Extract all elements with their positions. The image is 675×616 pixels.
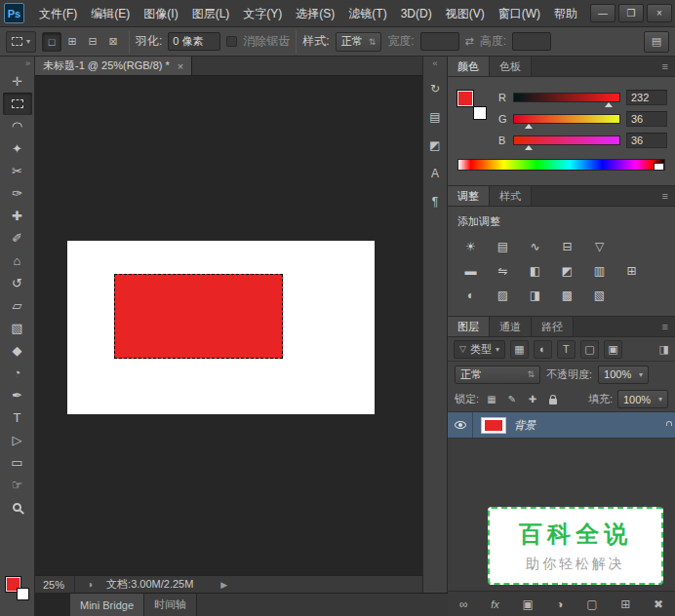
crop-tool[interactable]: ✂ xyxy=(3,160,32,182)
levels-icon[interactable]: ▤ xyxy=(490,237,516,256)
spot-healing-brush-tool[interactable]: ✚ xyxy=(3,205,32,227)
collapse-toolbar-icon[interactable]: » xyxy=(0,57,34,70)
green-value-input[interactable]: 36 xyxy=(626,111,667,127)
blue-slider[interactable] xyxy=(513,135,620,145)
info-panel-icon[interactable]: ◩ xyxy=(424,135,446,155)
lock-all-icon[interactable] xyxy=(545,392,561,407)
filter-pixel-layers-icon[interactable]: ▦ xyxy=(510,340,529,359)
filter-type-layers-icon[interactable]: T xyxy=(557,340,576,359)
panel-menu-icon[interactable]: ≡ xyxy=(662,186,675,206)
character-panel-icon[interactable]: A xyxy=(424,164,446,183)
selective-color-icon[interactable]: ▧ xyxy=(586,286,613,305)
menu-view[interactable]: 视图(V) xyxy=(439,0,492,27)
exposure-icon[interactable]: ⊟ xyxy=(554,237,580,256)
posterize-icon[interactable]: ▨ xyxy=(490,286,516,305)
red-rectangle-selection[interactable] xyxy=(114,274,283,359)
menu-select[interactable]: 选择(S) xyxy=(289,0,341,27)
background-color-swatch[interactable] xyxy=(17,588,29,600)
menu-window[interactable]: 窗口(W) xyxy=(492,0,547,27)
eraser-tool[interactable]: ▱ xyxy=(3,294,32,317)
close-button[interactable]: × xyxy=(647,4,672,22)
quick-selection-tool[interactable]: ✦ xyxy=(3,137,32,160)
invert-icon[interactable]: ◐ xyxy=(457,286,484,305)
swap-dimensions-icon[interactable]: ⇄ xyxy=(465,35,474,48)
close-tab-icon[interactable]: × xyxy=(178,60,183,72)
layer-name[interactable]: 背景 xyxy=(514,418,536,433)
delete-layer-icon[interactable]: ✖ xyxy=(654,597,663,611)
color-spectrum-ramp[interactable] xyxy=(457,159,665,171)
tab-adjustments[interactable]: 调整 xyxy=(448,186,490,206)
minimize-button[interactable]: — xyxy=(590,4,615,22)
document-tab[interactable]: 未标题-1 @ 25%(RGB/8) * × xyxy=(35,57,192,75)
height-input[interactable] xyxy=(512,32,551,51)
color-balance-icon[interactable]: ⇋ xyxy=(490,261,516,281)
new-group-icon[interactable]: ▢ xyxy=(586,597,597,611)
lock-transparent-pixels-icon[interactable]: ▦ xyxy=(484,392,499,407)
background-color-swatch[interactable] xyxy=(473,106,487,120)
slider-thumb[interactable] xyxy=(605,102,613,107)
style-select[interactable]: 正常 ⇅ xyxy=(336,32,382,52)
filter-adjustment-layers-icon[interactable]: ◐ xyxy=(534,340,552,359)
lock-image-pixels-icon[interactable]: ✎ xyxy=(504,392,520,407)
blur-tool[interactable]: ◆ xyxy=(3,339,32,362)
vibrance-icon[interactable]: ▽ xyxy=(586,237,613,256)
green-slider[interactable] xyxy=(513,114,620,124)
add-to-selection-button[interactable]: ⊞ xyxy=(62,32,82,52)
layer-effects-icon[interactable]: fx xyxy=(491,598,499,610)
tab-swatches[interactable]: 色板 xyxy=(490,57,532,76)
opacity-select[interactable]: 100% ▾ xyxy=(598,366,649,384)
shape-tool[interactable]: ▭ xyxy=(3,451,32,474)
intersect-selection-button[interactable]: ⊠ xyxy=(103,32,123,52)
new-selection-button[interactable]: □ xyxy=(42,32,61,52)
channel-mixer-icon[interactable]: ▥ xyxy=(586,261,613,281)
properties-panel-icon[interactable]: ▤ xyxy=(424,107,446,127)
gradient-tool[interactable]: ▧ xyxy=(3,317,32,339)
layer-row-background[interactable]: 背景 xyxy=(448,412,675,439)
expand-panels-icon[interactable]: « xyxy=(423,57,447,70)
status-options-arrow-icon[interactable]: ▶ xyxy=(220,580,227,590)
history-panel-icon[interactable]: ↻ xyxy=(424,79,446,98)
tool-preset-picker[interactable]: ▾ xyxy=(6,31,36,53)
filter-smart-objects-icon[interactable]: ▣ xyxy=(604,340,622,359)
layer-thumbnail[interactable] xyxy=(481,417,506,434)
zoom-level-field[interactable]: 25% xyxy=(35,576,75,593)
dodge-tool[interactable]: ◔ xyxy=(3,362,32,384)
red-slider[interactable] xyxy=(513,93,620,102)
color-lookup-icon[interactable]: ⊞ xyxy=(618,261,645,281)
canvas[interactable] xyxy=(67,241,375,414)
subtract-from-selection-button[interactable]: ⊟ xyxy=(83,32,102,52)
panel-menu-icon[interactable]: ≡ xyxy=(662,317,675,336)
new-adjustment-layer-icon[interactable]: ◑ xyxy=(556,597,563,611)
slider-thumb[interactable] xyxy=(525,124,533,129)
menu-filter[interactable]: 滤镜(T) xyxy=(341,0,393,27)
tab-color[interactable]: 颜色 xyxy=(448,57,490,76)
link-layers-icon[interactable]: ∞ xyxy=(459,597,468,611)
width-input[interactable] xyxy=(420,32,459,51)
menu-3d[interactable]: 3D(D) xyxy=(394,0,439,27)
black-white-icon[interactable]: ◧ xyxy=(522,261,548,281)
clone-stamp-tool[interactable]: ⌂ xyxy=(3,250,32,272)
lock-position-icon[interactable]: ✚ xyxy=(525,392,540,407)
filter-toggle-icon[interactable]: ◨ xyxy=(659,343,669,356)
foreground-color-swatch[interactable] xyxy=(457,91,473,106)
menu-layer[interactable]: 图层(L) xyxy=(185,0,237,27)
threshold-icon[interactable]: ◨ xyxy=(522,286,548,305)
zoom-tool[interactable] xyxy=(3,496,32,519)
options-end-button[interactable]: ▤ xyxy=(644,31,669,53)
menu-type[interactable]: 文字(Y) xyxy=(236,0,289,27)
slider-thumb[interactable] xyxy=(525,145,533,150)
history-brush-tool[interactable]: ↺ xyxy=(3,272,32,294)
menu-edit[interactable]: 编辑(E) xyxy=(84,0,137,27)
menu-file[interactable]: 文件(F) xyxy=(32,0,84,27)
tab-styles[interactable]: 样式 xyxy=(490,186,532,206)
add-layer-mask-icon[interactable]: ▣ xyxy=(522,597,533,611)
move-tool[interactable]: ✛ xyxy=(3,70,32,93)
lasso-tool[interactable]: ◠ xyxy=(3,115,32,137)
tab-mini-bridge[interactable]: Mini Bridge xyxy=(70,594,144,616)
restore-button[interactable]: ❐ xyxy=(618,4,644,22)
fill-select[interactable]: 100% ▾ xyxy=(617,390,668,408)
filter-shape-layers-icon[interactable]: ▢ xyxy=(580,340,599,359)
brightness-contrast-icon[interactable]: ☀ xyxy=(457,237,484,256)
photo-filter-icon[interactable]: ◩ xyxy=(554,261,580,281)
type-tool[interactable]: T xyxy=(3,406,32,429)
